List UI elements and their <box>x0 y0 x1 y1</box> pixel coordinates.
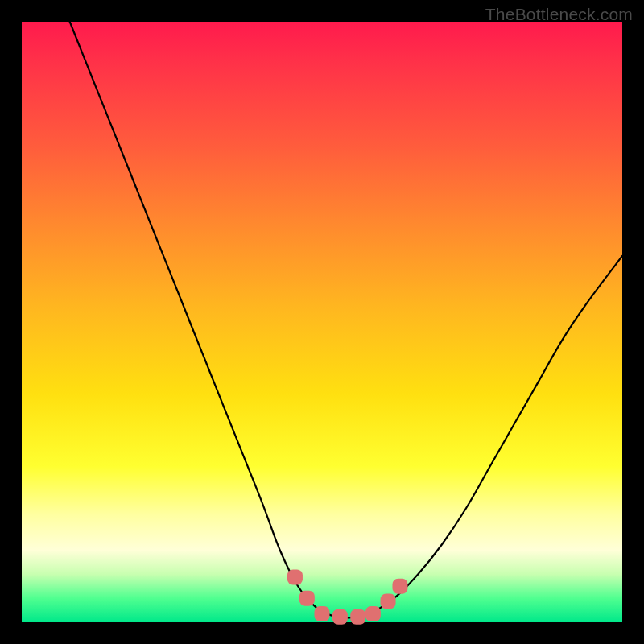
highlight-dot <box>299 591 315 606</box>
curve-svg <box>22 22 622 622</box>
bottleneck-curve-path <box>70 22 622 617</box>
plot-area <box>22 22 622 622</box>
highlight-dot <box>332 609 348 625</box>
chart-frame: TheBottleneck.com <box>0 0 644 644</box>
highlight-dot <box>365 606 381 621</box>
highlight-dot <box>350 609 365 625</box>
highlight-dot <box>287 570 303 585</box>
highlight-markers <box>287 570 408 625</box>
highlight-dot <box>381 593 396 609</box>
highlight-dot <box>392 579 407 594</box>
highlight-dot <box>315 606 330 621</box>
